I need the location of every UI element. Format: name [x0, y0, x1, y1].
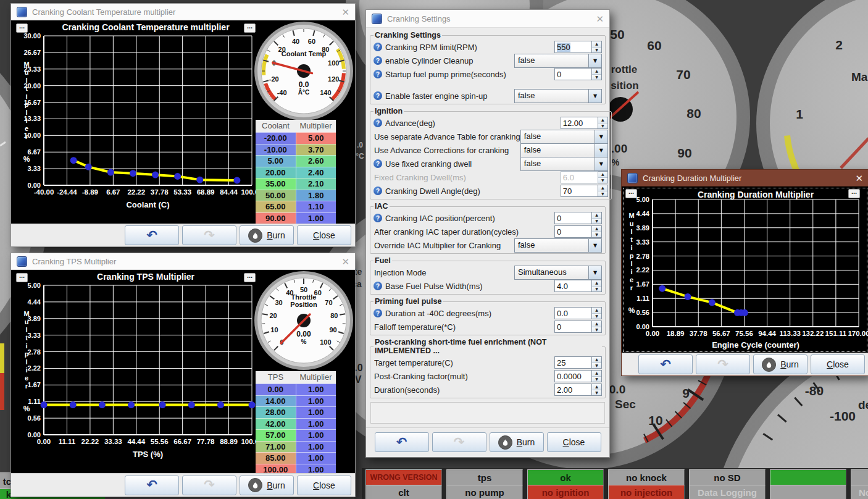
- table-cell[interactable]: 65.00: [256, 201, 296, 212]
- spinner-up-icon[interactable]: ▲: [592, 321, 601, 327]
- spinner-arrows[interactable]: ▲▼: [592, 384, 602, 396]
- spinner-value[interactable]: 550: [554, 41, 592, 53]
- spinner-up-icon[interactable]: ▲: [598, 185, 607, 191]
- help-icon[interactable]: ?: [373, 119, 382, 127]
- help-icon[interactable]: ?: [373, 309, 382, 317]
- spinner-arrows[interactable]: ▲▼: [592, 280, 602, 292]
- dropdown-arrow-icon[interactable]: ▼: [595, 144, 607, 157]
- spinner-down-icon[interactable]: ▼: [592, 314, 601, 319]
- status-cell-no-injection[interactable]: no injection: [608, 485, 685, 499]
- spinner-field[interactable]: 12.00▲▼: [561, 117, 608, 129]
- undo-button[interactable]: ↶: [125, 225, 179, 245]
- redo-button[interactable]: ↷: [696, 354, 750, 374]
- spinner-field[interactable]: 0.0000▲▼: [554, 370, 602, 382]
- titlebar-tps[interactable]: Cranking TPS Multiplier ✕: [11, 253, 355, 270]
- spinner-field[interactable]: 0▲▼: [554, 225, 602, 238]
- titlebar-settings[interactable]: Cranking Settings ✕: [366, 10, 609, 28]
- edit-table-button[interactable]: ...: [16, 273, 28, 282]
- help-icon[interactable]: ?: [373, 282, 382, 290]
- spinner-field[interactable]: 0.0▲▼: [554, 307, 602, 319]
- status-cell-no-pump[interactable]: no pump: [446, 485, 523, 499]
- status-cell-wrong-version[interactable]: WRONG VERSION: [365, 469, 442, 485]
- close-icon[interactable]: ✕: [341, 257, 349, 266]
- spinner-field[interactable]: 0▲▼: [554, 68, 602, 80]
- burn-button[interactable]: Burn: [753, 354, 807, 374]
- help-icon[interactable]: ?: [373, 187, 382, 195]
- spinner-value[interactable]: 12.00: [561, 117, 598, 129]
- spinner-field[interactable]: 550▲▼: [554, 41, 602, 53]
- table-cell[interactable]: 1.00: [296, 384, 336, 395]
- table-cell[interactable]: 5.00: [296, 132, 336, 144]
- table-cell[interactable]: 20.00: [256, 167, 296, 178]
- spinner-arrows[interactable]: ▲▼: [592, 307, 602, 319]
- table-cell[interactable]: 1.00: [296, 418, 336, 430]
- spinner-arrows[interactable]: ▲▼: [598, 117, 608, 129]
- close-button[interactable]: Close: [297, 476, 351, 495]
- status-cell-tps[interactable]: tps: [446, 469, 523, 485]
- dropdown-field[interactable]: false▼: [514, 89, 602, 103]
- spinner-down-icon[interactable]: ▼: [592, 377, 601, 382]
- spinner-arrows[interactable]: ▲▼: [598, 185, 608, 197]
- spinner-up-icon[interactable]: ▲: [598, 117, 607, 124]
- table-cell[interactable]: 71.00: [256, 441, 296, 453]
- dropdown-field[interactable]: false▼: [520, 157, 608, 171]
- spinner-value[interactable]: 0: [554, 321, 592, 333]
- dropdown-field[interactable]: false▼: [520, 130, 608, 144]
- table-cell[interactable]: 1.00: [296, 441, 336, 453]
- spinner-value[interactable]: 0: [554, 225, 592, 238]
- dropdown-field[interactable]: false▼: [520, 143, 608, 157]
- help-icon[interactable]: ?: [373, 56, 382, 65]
- burn-button[interactable]: Burn: [490, 432, 544, 452]
- spinner-field[interactable]: 0▲▼: [554, 212, 602, 224]
- close-icon[interactable]: ✕: [855, 174, 863, 183]
- dropdown-arrow-icon[interactable]: ▼: [588, 239, 601, 252]
- table-cell[interactable]: 1.00: [296, 406, 336, 418]
- help-icon[interactable]: ?: [373, 43, 382, 51]
- table-cell[interactable]: 14.00: [256, 395, 296, 407]
- redo-button[interactable]: ↷: [182, 225, 236, 245]
- close-button[interactable]: Close: [811, 354, 865, 374]
- titlebar-duration[interactable]: Cranking Duration Multiplier ✕: [622, 170, 868, 187]
- table-cell[interactable]: -20.00: [256, 132, 296, 144]
- spinner-arrows[interactable]: ▲▼: [592, 225, 602, 238]
- help-icon[interactable]: ?: [373, 70, 382, 78]
- coolant-multiplier-table[interactable]: CoolantMultiplier-20.005.00-10.003.705.0…: [256, 120, 336, 224]
- duration-multiplier-chart[interactable]: 0.0018.8937.7856.6775.5694.44113.33132.2…: [622, 188, 868, 353]
- table-cell[interactable]: 90.00: [256, 212, 296, 224]
- spinner-up-icon[interactable]: ▲: [592, 384, 601, 390]
- spinner-field[interactable]: 4.0▲▼: [554, 280, 602, 292]
- tps-multiplier-table[interactable]: TPSMultiplier0.001.0014.001.0028.001.004…: [256, 371, 336, 475]
- spinner-up-icon[interactable]: ▲: [592, 308, 601, 314]
- help-icon[interactable]: ?: [373, 159, 382, 168]
- help-icon[interactable]: ?: [373, 91, 382, 100]
- dropdown-field[interactable]: Simultaneous▼: [514, 266, 602, 280]
- spinner-down-icon[interactable]: ▼: [592, 287, 601, 292]
- spinner-down-icon[interactable]: ▼: [592, 327, 601, 333]
- spinner-value[interactable]: 4.0: [554, 280, 592, 292]
- table-cell[interactable]: 0.00: [256, 384, 296, 395]
- close-icon[interactable]: ✕: [596, 14, 604, 23]
- table-cell[interactable]: 1.10: [296, 201, 336, 212]
- titlebar-coolant[interactable]: Cranking Coolant Temperature multiplier …: [11, 4, 355, 20]
- spinner-arrows[interactable]: ▲▼: [592, 212, 602, 224]
- dropdown-arrow-icon[interactable]: ▼: [588, 90, 601, 103]
- burn-button[interactable]: Burn: [240, 225, 294, 245]
- status-cell-ok[interactable]: ok: [527, 469, 604, 485]
- table-cell[interactable]: 1.00: [296, 395, 336, 407]
- table-cell[interactable]: 2.10: [296, 178, 336, 190]
- spinner-down-icon[interactable]: ▼: [592, 363, 601, 369]
- spinner-down-icon[interactable]: ▼: [598, 191, 607, 197]
- dropdown-field[interactable]: false▼: [514, 238, 602, 253]
- spinner-up-icon[interactable]: ▲: [592, 212, 601, 219]
- edit-table-button[interactable]: ...: [16, 23, 28, 33]
- table-cell[interactable]: 1.00: [296, 452, 336, 464]
- redo-button[interactable]: ↷: [182, 476, 236, 495]
- status-cell[interactable]: [770, 469, 846, 485]
- undo-button[interactable]: ↶: [638, 354, 693, 374]
- dropdown-arrow-icon[interactable]: ▼: [588, 54, 601, 67]
- tps-multiplier-chart[interactable]: 0.0011.1122.2233.3344.4455.5666.6777.788…: [11, 282, 261, 469]
- spinner-value[interactable]: 0.0000: [554, 370, 592, 382]
- spinner-down-icon[interactable]: ▼: [592, 219, 601, 224]
- spinner-field[interactable]: 2.00▲▼: [554, 384, 602, 396]
- dropdown-arrow-icon[interactable]: ▼: [588, 266, 601, 279]
